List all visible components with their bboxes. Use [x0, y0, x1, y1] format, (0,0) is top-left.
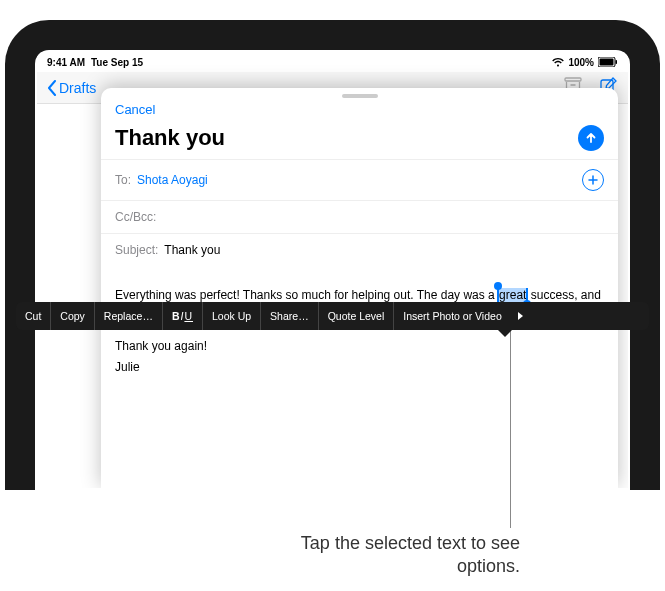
status-date: Tue Sep 15: [91, 57, 143, 68]
selected-text: great: [499, 288, 526, 302]
to-label: To:: [115, 173, 131, 187]
status-bar: 9:41 AM Tue Sep 15 100%: [37, 52, 628, 72]
menu-insert-photo-video[interactable]: Insert Photo or Video: [394, 302, 510, 330]
menu-cut[interactable]: Cut: [16, 302, 51, 330]
draft-title: Thank you: [115, 125, 225, 151]
callout-text: Tap the selected text to see options.: [240, 532, 520, 579]
back-button[interactable]: Drafts: [47, 80, 96, 96]
ipad-bezel: 9:41 AM Tue Sep 15 100% Drafts: [5, 20, 660, 490]
text-selection[interactable]: great: [498, 288, 527, 302]
add-contact-button[interactable]: [582, 169, 604, 191]
svg-rect-3: [565, 78, 581, 81]
subject-label: Subject:: [115, 243, 158, 257]
screen: 9:41 AM Tue Sep 15 100% Drafts: [37, 52, 628, 488]
svg-rect-1: [600, 59, 614, 66]
cancel-button[interactable]: Cancel: [115, 102, 155, 117]
menu-tail: [498, 330, 512, 337]
subject-value: Thank you: [164, 243, 604, 257]
menu-biu[interactable]: BIU: [163, 302, 203, 330]
menu-copy[interactable]: Copy: [51, 302, 95, 330]
wifi-icon: [552, 58, 564, 67]
to-field-row[interactable]: To: Shota Aoyagi: [101, 159, 618, 200]
menu-quote-level[interactable]: Quote Level: [319, 302, 395, 330]
battery-icon: [598, 57, 618, 67]
compose-sheet: Cancel Thank you To: Shota Aoyagi Cc/Bcc…: [101, 88, 618, 488]
edit-menu: Cut Copy Replace… BIU Look Up Share… Quo…: [16, 302, 649, 330]
menu-lookup[interactable]: Look Up: [203, 302, 261, 330]
body-text-pre: Everything was perfect! Thanks so much f…: [115, 288, 498, 302]
battery-percent: 100%: [568, 57, 594, 68]
subject-field-row[interactable]: Subject: Thank you: [101, 233, 618, 266]
menu-share[interactable]: Share…: [261, 302, 319, 330]
menu-more-arrow[interactable]: [511, 302, 531, 330]
ccbcc-label: Cc/Bcc:: [115, 210, 156, 224]
back-label: Drafts: [59, 80, 96, 96]
menu-replace[interactable]: Replace…: [95, 302, 163, 330]
ccbcc-field-row[interactable]: Cc/Bcc:: [101, 200, 618, 233]
to-value: Shota Aoyagi: [137, 173, 582, 187]
status-time: 9:41 AM: [47, 57, 85, 68]
closing-line: Thank you again!: [115, 337, 604, 356]
send-button[interactable]: [578, 125, 604, 151]
callout-leader-line: [510, 318, 511, 528]
svg-rect-2: [616, 60, 618, 64]
signature: Julie: [115, 358, 604, 377]
